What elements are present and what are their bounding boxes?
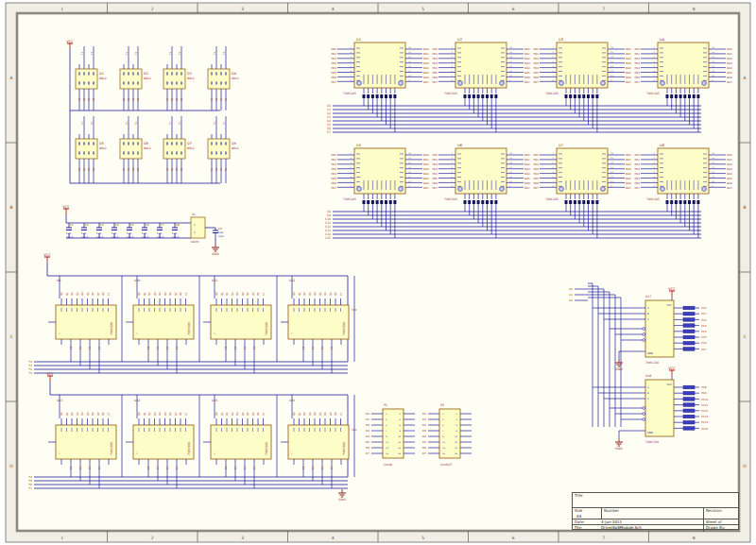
net-label: DA4 bbox=[626, 66, 631, 70]
resistor-pack-element[interactable] bbox=[683, 341, 695, 345]
resistor-pack-element[interactable] bbox=[683, 409, 695, 413]
ic-body[interactable] bbox=[288, 425, 349, 459]
net-label: PD7 bbox=[432, 80, 438, 84]
net-label: Q5 bbox=[319, 292, 322, 296]
zone-number-bottom: 6 bbox=[512, 536, 515, 540]
file-value[interactable]: Driver8x8Module.Sch bbox=[601, 525, 642, 530]
net-label: PC6 bbox=[701, 341, 707, 345]
ic-body[interactable] bbox=[658, 148, 709, 194]
pack-body[interactable] bbox=[76, 139, 97, 159]
connector-body[interactable] bbox=[439, 409, 460, 458]
header-pad bbox=[472, 200, 475, 204]
schematic-canvas[interactable]: 1122334455667788AABBCCDDVCCR1R2R3R4T1T2Q… bbox=[0, 0, 756, 545]
net-label: PD6 bbox=[331, 181, 336, 185]
resistor-pack-element[interactable] bbox=[683, 348, 695, 351]
ic-pin-bubble bbox=[357, 81, 362, 86]
pack-body[interactable] bbox=[208, 139, 230, 159]
ic-body[interactable] bbox=[557, 43, 608, 88]
ic-body[interactable] bbox=[56, 425, 116, 459]
net-label: DA6 bbox=[524, 181, 530, 185]
title-block[interactable]: Title Size A4 Number Revision Date: 4-Ju… bbox=[572, 492, 739, 530]
zone-number-top: 3 bbox=[241, 7, 244, 11]
net-label: DA2 bbox=[524, 162, 530, 166]
ic-body[interactable] bbox=[354, 43, 405, 88]
net-label: PD1 bbox=[432, 52, 438, 56]
ref-designator: U8 bbox=[660, 144, 665, 147]
resistor-pack-element[interactable] bbox=[683, 335, 695, 339]
ic-pin-bubble bbox=[458, 187, 463, 192]
net-label: Q1 bbox=[299, 292, 301, 296]
resistor-pack-element[interactable] bbox=[683, 324, 695, 328]
resistor-pack-element[interactable] bbox=[683, 427, 695, 431]
vcc-label: VCC bbox=[66, 40, 74, 43]
net-label: DA7 bbox=[524, 186, 530, 190]
ref-designator: C3 bbox=[100, 223, 104, 227]
net-label: Q2 bbox=[148, 412, 151, 416]
net-label: R3 bbox=[88, 97, 91, 101]
ic-body[interactable] bbox=[658, 43, 709, 88]
header-pad bbox=[592, 200, 594, 204]
ic-body[interactable] bbox=[645, 380, 674, 436]
ic-body[interactable] bbox=[557, 148, 608, 194]
net-label: Q5 bbox=[164, 292, 167, 296]
net-label: D7 bbox=[422, 451, 426, 455]
header-pad bbox=[565, 94, 568, 98]
ic-body[interactable] bbox=[288, 305, 349, 339]
pack-body[interactable] bbox=[163, 139, 185, 159]
header-pad bbox=[376, 94, 379, 98]
net-label: D0 bbox=[422, 412, 426, 416]
net-label: B2 bbox=[321, 466, 324, 469]
ic-body[interactable] bbox=[645, 300, 674, 357]
switch-body[interactable] bbox=[191, 217, 205, 238]
ic-pin-bubble bbox=[458, 81, 463, 86]
resistor-pack-element[interactable] bbox=[683, 385, 695, 389]
pack-body[interactable] bbox=[76, 69, 97, 89]
resistor-pack-element[interactable] bbox=[683, 318, 695, 322]
ic-body[interactable] bbox=[455, 43, 507, 88]
resistor-pack-element[interactable] bbox=[683, 415, 695, 418]
ic-pin-bubble bbox=[559, 81, 564, 86]
net-label: B3 bbox=[253, 466, 256, 469]
net-label: DA0 bbox=[524, 47, 530, 51]
net-label: B0 bbox=[302, 346, 305, 349]
resistor-pack-element[interactable] bbox=[683, 403, 695, 407]
ic-body[interactable] bbox=[133, 305, 194, 339]
net-label: R4 bbox=[225, 97, 228, 101]
ref-designator: Q4 bbox=[232, 72, 236, 76]
header-pad bbox=[490, 94, 493, 98]
resistor-pack-element[interactable] bbox=[683, 330, 695, 333]
ic-body[interactable] bbox=[56, 305, 116, 339]
net-label: Q7 bbox=[97, 412, 100, 416]
net-label: T1 bbox=[126, 51, 129, 55]
ic-body[interactable] bbox=[354, 148, 405, 194]
ic-body[interactable] bbox=[455, 148, 507, 194]
header-pad bbox=[371, 94, 374, 98]
resistor-pack-element[interactable] bbox=[683, 312, 695, 315]
ic-body[interactable] bbox=[211, 305, 271, 339]
gnd-label: GND bbox=[338, 498, 346, 502]
net-label: T2 bbox=[135, 51, 138, 55]
net-label: PC10 bbox=[701, 398, 708, 401]
net-label: OE bbox=[335, 412, 337, 416]
net-label: PC2 bbox=[701, 318, 707, 322]
pack-body[interactable] bbox=[120, 139, 142, 159]
net-label: PD6 bbox=[634, 181, 640, 185]
zone-letter-right: D bbox=[743, 464, 747, 468]
ic-pin-bubble bbox=[661, 187, 665, 192]
net-label: PD5 bbox=[432, 71, 438, 75]
resistor-pack-element[interactable] bbox=[683, 306, 695, 310]
net-label: Q7 bbox=[330, 292, 333, 296]
resistor-pack-element[interactable] bbox=[683, 391, 695, 395]
pack-body[interactable] bbox=[208, 69, 230, 89]
resistor-pack-element[interactable] bbox=[683, 420, 695, 424]
net-label: DA7 bbox=[626, 80, 631, 84]
net-label: B2 bbox=[166, 346, 169, 349]
connector-body[interactable] bbox=[383, 409, 404, 458]
net-label: DA3 bbox=[727, 167, 732, 171]
pack-body[interactable] bbox=[163, 69, 185, 89]
ic-body[interactable] bbox=[211, 425, 271, 459]
pin-name: GND bbox=[647, 432, 653, 434]
resistor-pack-element[interactable] bbox=[683, 398, 695, 401]
ic-body[interactable] bbox=[133, 425, 194, 459]
pack-body[interactable] bbox=[120, 69, 142, 89]
